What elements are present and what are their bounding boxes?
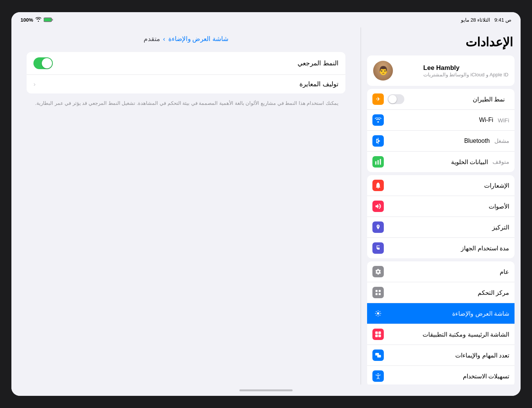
sidebar-item-accessibility[interactable]: تسهيلات الاستخدام <box>367 366 515 384</box>
wifi-icon <box>35 17 41 23</box>
sidebar-item-screentime[interactable]: مدة استخدام الجهاز <box>367 238 515 258</box>
svg-rect-1 <box>52 19 53 21</box>
left-panel: شاشة العرض والإضاءة › متقدم النمط المرجع… <box>11 27 361 384</box>
sidebar-item-notifications[interactable]: الإشعارات <box>367 175 515 196</box>
calibration-row[interactable]: توليف المعايرة ‹ <box>27 75 345 93</box>
sidebar-section-general: عام مركز التحكم <box>367 261 515 384</box>
sidebar-title: الإعدادات <box>361 27 521 55</box>
user-subtitle: Apple ID و iCloud والوسائط والمشتريات <box>423 72 508 77</box>
cellular-label: البيانات الخلوية <box>451 158 488 166</box>
sidebar-item-home-screen[interactable]: الشاشة الرئيسية ومكتبة التطبيقات <box>367 324 515 345</box>
sounds-label: الأصوات <box>489 203 509 210</box>
bluetooth-icon <box>372 135 384 147</box>
sidebar-item-cellular[interactable]: متوقف البيانات الخلوية <box>367 152 515 172</box>
sidebar-section-notifications: الإشعارات الأصوات <box>367 175 515 258</box>
calibration-label: توليف المعايرة <box>299 80 339 88</box>
svg-rect-5 <box>380 159 381 165</box>
breadcrumb-chevron-icon: › <box>163 35 165 43</box>
focus-icon <box>372 221 384 233</box>
accessibility-label: تسهيلات الاستخدام <box>463 373 509 380</box>
multitasking-icon <box>372 349 384 361</box>
svg-rect-13 <box>378 332 381 334</box>
accessibility-icon <box>372 370 384 382</box>
status-time: ص 9:41 الثلاثاء 28 مايو <box>461 17 512 23</box>
svg-point-11 <box>377 312 379 315</box>
cellular-icon <box>372 156 384 168</box>
avatar: 👨 <box>373 61 393 81</box>
home-screen-icon <box>372 329 384 340</box>
ipad-frame: 100% ص 9:41 الثلاثاء 28 مايو <box>11 12 521 396</box>
screentime-icon <box>372 242 384 254</box>
general-icon <box>372 266 384 277</box>
sidebar-section-network: نمط الطيران ✈ WiFi Wi-Fi <box>367 89 515 172</box>
battery-icon <box>44 17 53 22</box>
notifications-icon <box>372 180 384 191</box>
svg-point-18 <box>378 373 379 375</box>
display-label: شاشة العرض والإضاءة <box>452 310 509 317</box>
bluetooth-value: مشغل <box>494 138 509 144</box>
sidebar-item-wifi[interactable]: WiFi Wi-Fi <box>367 110 515 131</box>
battery-text: 100% <box>21 17 33 23</box>
home-indicator <box>239 389 293 391</box>
sounds-icon <box>372 201 384 212</box>
reference-mode-label: النمط المرجعي <box>298 59 339 67</box>
sidebar-item-control-center[interactable]: مركز التحكم <box>367 282 515 303</box>
sidebar-item-multitasking[interactable]: تعدد المهام والإيماءات <box>367 345 515 366</box>
status-left: 100% <box>21 17 53 23</box>
sidebar-item-sounds[interactable]: الأصوات <box>367 196 515 217</box>
screentime-label: مدة استخدام الجهاز <box>461 245 509 252</box>
sidebar-item-general[interactable]: عام <box>367 261 515 282</box>
svg-rect-12 <box>375 332 378 334</box>
control-center-label: مركز التحكم <box>478 289 509 296</box>
breadcrumb-back[interactable]: متقدم <box>144 35 160 43</box>
svg-rect-9 <box>375 293 377 295</box>
svg-rect-14 <box>375 335 378 337</box>
settings-group-main: النمط المرجعي توليف المعايرة ‹ <box>27 52 345 93</box>
svg-rect-15 <box>378 335 381 337</box>
display-icon <box>372 308 384 319</box>
sidebar: الإعدادات Lee Hambly Apple ID و iCloud و… <box>361 27 521 384</box>
main-content: شاشة العرض والإضاءة › متقدم النمط المرجع… <box>11 27 521 384</box>
control-center-icon <box>372 287 384 298</box>
avatar-image: 👨 <box>373 61 393 81</box>
breadcrumb-current[interactable]: شاشة العرض والإضاءة <box>168 35 228 43</box>
svg-rect-4 <box>378 160 379 165</box>
bottom-bar <box>11 384 521 396</box>
svg-rect-2 <box>44 18 51 21</box>
reference-mode-toggle[interactable] <box>33 57 53 69</box>
wifi-setting-icon <box>372 114 384 126</box>
focus-label: التركيز <box>492 224 509 231</box>
reference-mode-row[interactable]: النمط المرجعي <box>27 52 345 75</box>
reference-mode-description: يمكنك استخدام هذا النمط في مشاريع الألوا… <box>27 96 345 113</box>
svg-rect-17 <box>377 355 381 357</box>
svg-rect-10 <box>379 293 381 295</box>
general-label: عام <box>500 268 509 275</box>
cellular-value: متوقف <box>492 158 509 165</box>
bluetooth-label: Bluetooth <box>464 138 490 144</box>
home-screen-label: الشاشة الرئيسية ومكتبة التطبيقات <box>423 331 509 338</box>
wifi-label: Wi-Fi <box>479 117 493 123</box>
breadcrumb: شاشة العرض والإضاءة › متقدم <box>27 35 345 43</box>
user-info: Lee Hambly Apple ID و iCloud والوسائط وا… <box>423 64 508 77</box>
notifications-label: الإشعارات <box>484 182 509 189</box>
airplane-label: نمط الطيران <box>473 96 505 103</box>
svg-rect-7 <box>375 290 377 292</box>
multitasking-label: تعدد المهام والإيماءات <box>455 352 509 359</box>
status-bar: 100% ص 9:41 الثلاثاء 28 مايو <box>11 12 521 27</box>
calibration-chevron-icon: ‹ <box>33 81 36 88</box>
svg-rect-3 <box>375 161 377 165</box>
sidebar-item-focus[interactable]: التركيز <box>367 217 515 238</box>
svg-rect-8 <box>379 290 381 292</box>
user-profile-card[interactable]: Lee Hambly Apple ID و iCloud والوسائط وا… <box>367 55 515 86</box>
svg-point-6 <box>377 188 378 188</box>
user-name: Lee Hambly <box>423 64 459 72</box>
airplane-icon: ✈ <box>372 93 384 105</box>
sidebar-item-airplane[interactable]: نمط الطيران ✈ <box>367 89 515 110</box>
airplane-toggle[interactable] <box>388 94 404 104</box>
wifi-value: WiFi <box>498 117 509 123</box>
sidebar-item-bluetooth[interactable]: مشغل Bluetooth <box>367 131 515 152</box>
sidebar-item-display[interactable]: شاشة العرض والإضاءة <box>367 303 515 324</box>
